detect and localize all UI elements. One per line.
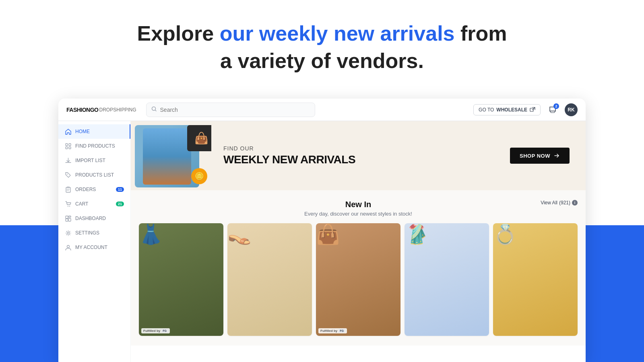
wholesale-label: GO TO <box>479 107 494 113</box>
svg-point-9 <box>69 206 70 207</box>
svg-rect-7 <box>66 187 70 192</box>
bag-image: 👜 <box>187 125 211 151</box>
sidebar-label-products-list: PRODUCTS LIST <box>75 172 114 178</box>
sidebar-item-find-products[interactable]: FIND PRODUCTS <box>58 139 130 153</box>
svg-rect-10 <box>66 216 68 218</box>
fulfilled-badge-1: Fulfilled by FG <box>141 328 170 333</box>
cart-badge: 21 <box>116 202 124 206</box>
banner: 👜 🪙 FIND OUR WEEKLY NEW ARRIVALS SHOP NO… <box>131 121 586 190</box>
cart-icon <box>65 201 71 207</box>
sidebar-item-products-list[interactable]: PRODUCTS LIST <box>58 168 130 182</box>
sidebar-item-dashboard[interactable]: DASHBOARD <box>58 211 130 226</box>
wholesale-button[interactable]: GO TO WHOLESALE <box>473 104 541 115</box>
banner-text: FIND OUR WEEKLY NEW ARRIVALS <box>211 145 510 166</box>
svg-point-15 <box>67 245 69 248</box>
notifications-button[interactable]: 2 <box>545 103 560 117</box>
blue-bg-left <box>0 225 58 362</box>
banner-images: 👜 🪙 <box>131 121 211 190</box>
product-card-2[interactable]: 👡 <box>227 223 312 336</box>
svg-rect-5 <box>69 147 71 149</box>
fg-label-1: FG <box>161 329 168 333</box>
sidebar-label-orders: ORDERS <box>75 187 96 192</box>
section-header: New In Every day, discover our newest st… <box>139 200 578 217</box>
product-card-3[interactable]: 👜 Fulfilled by FG <box>316 223 400 336</box>
tag-icon <box>65 172 71 178</box>
product-image-1: 👗 Fulfilled by FG <box>139 223 223 336</box>
grid-icon <box>65 143 71 149</box>
svg-point-14 <box>67 232 69 234</box>
wholesale-bold: WHOLESALE <box>496 107 527 113</box>
info-icon: i <box>572 200 578 206</box>
fulfilled-badge-3: Fulfilled by FG <box>318 328 347 333</box>
product-image-4: 🥻 <box>405 223 489 336</box>
sidebar-label-settings: SETTINGS <box>75 230 99 236</box>
sidebar-label-my-account: MY ACCOUNT <box>75 245 107 250</box>
sidebar-item-my-account[interactable]: MY ACCOUNT <box>58 240 130 255</box>
logo: FASHIONGO DROPSHIPPING <box>66 107 136 113</box>
hero-line1-post: from <box>455 22 507 45</box>
banner-find-label: FIND OUR <box>223 145 510 152</box>
content-area: 👜 🪙 FIND OUR WEEKLY NEW ARRIVALS SHOP NO… <box>131 121 586 362</box>
sidebar-label-home: HOME <box>75 129 90 134</box>
view-all-button[interactable]: View All (921) i <box>541 200 578 206</box>
logo-brand: FASHIONGO <box>66 107 99 113</box>
search-bar[interactable] <box>146 103 315 117</box>
clipboard-icon <box>65 186 71 193</box>
logo-sub: DROPSHIPPING <box>99 107 136 113</box>
fg-label-3: FG <box>339 329 345 333</box>
sidebar-label-cart: CART <box>75 201 88 207</box>
layout-icon <box>65 215 71 222</box>
product-grid: 👗 Fulfilled by FG 👡 <box>139 223 578 336</box>
svg-rect-13 <box>66 219 68 221</box>
svg-point-6 <box>67 174 68 175</box>
product-card-1[interactable]: 👗 Fulfilled by FG <box>139 223 223 336</box>
hero-line1-pre: Explore <box>137 22 219 45</box>
product-count: (921) <box>559 200 570 206</box>
navbar-right: GO TO WHOLESALE 2 RK <box>473 103 578 117</box>
product-card-4[interactable]: 🥻 <box>405 223 489 336</box>
arrow-right-icon <box>553 152 560 159</box>
sidebar-item-import-list[interactable]: IMPORT LIST <box>58 153 130 168</box>
product-image-3: 👜 Fulfilled by FG <box>316 223 400 336</box>
svg-rect-12 <box>68 218 71 221</box>
external-link-icon <box>530 107 535 113</box>
svg-rect-4 <box>66 147 68 149</box>
sidebar-item-home[interactable]: HOME <box>58 124 130 139</box>
banner-title: WEEKLY NEW ARRIVALS <box>223 153 510 166</box>
app-window: FASHIONGO DROPSHIPPING GO TO WHOLESALE <box>58 99 586 362</box>
view-all-label: View All <box>541 200 557 206</box>
svg-rect-3 <box>69 144 71 146</box>
search-icon <box>151 106 157 113</box>
sidebar-label-dashboard: DASHBOARD <box>75 216 106 221</box>
hero-highlight: our weekly new arrivals <box>220 22 455 45</box>
avatar[interactable]: RK <box>565 103 578 116</box>
main-area: HOME FIND PRODUCTS IMPORT LIST PRODUCTS … <box>58 121 586 362</box>
product-image-2: 👡 <box>227 223 312 336</box>
jacket-inner <box>143 128 191 185</box>
notif-count: 2 <box>553 103 559 109</box>
section-subtitle: Every day, discover our newest styles in… <box>285 211 431 217</box>
shop-now-button[interactable]: SHOP NOW <box>510 148 570 164</box>
sidebar-item-orders[interactable]: ORDERS 11 <box>58 182 130 197</box>
sidebar-item-cart[interactable]: CART 21 <box>58 197 130 211</box>
section-title-wrap: New In Every day, discover our newest st… <box>285 200 431 217</box>
hero-line2: a variety of vendors. <box>220 49 424 72</box>
sidebar: HOME FIND PRODUCTS IMPORT LIST PRODUCTS … <box>58 121 131 362</box>
orders-badge: 11 <box>116 187 124 192</box>
section-title: New In <box>285 200 431 209</box>
svg-rect-2 <box>66 144 68 146</box>
product-card-5[interactable]: 💍 <box>493 223 578 336</box>
sidebar-label-find-products: FIND PRODUCTS <box>75 143 115 149</box>
sidebar-item-settings[interactable]: SETTINGS <box>58 226 130 240</box>
home-icon <box>65 128 71 135</box>
download-icon <box>65 157 71 164</box>
search-input[interactable] <box>160 107 310 113</box>
svg-point-8 <box>68 206 68 207</box>
navbar: FASHIONGO DROPSHIPPING GO TO WHOLESALE <box>58 99 586 121</box>
svg-rect-11 <box>68 216 71 217</box>
sidebar-label-import-list: IMPORT LIST <box>75 158 105 163</box>
new-in-section: New In Every day, discover our newest st… <box>131 190 586 346</box>
product-image-5: 💍 <box>493 223 578 336</box>
coin-image: 🪙 <box>191 168 207 184</box>
settings-icon <box>65 230 71 236</box>
